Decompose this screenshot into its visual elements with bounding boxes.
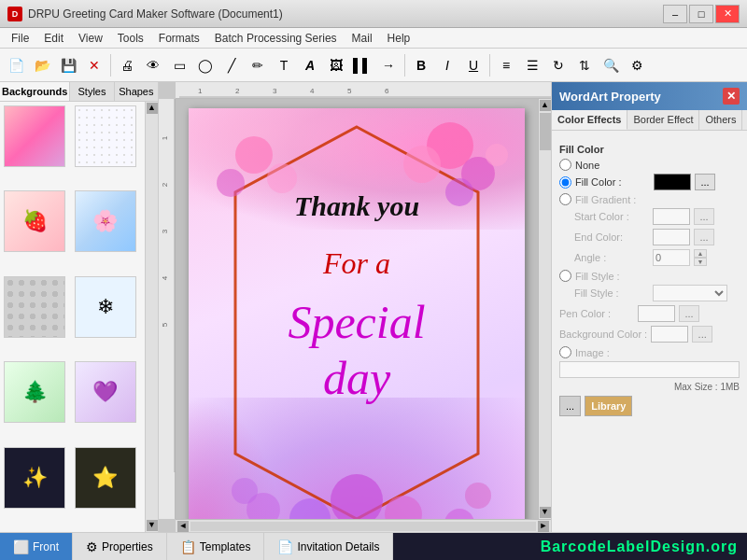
tab-styles[interactable]: Styles	[70, 82, 114, 101]
close-button[interactable]: ✕	[715, 5, 740, 23]
angle-up-btn[interactable]: ▲	[694, 249, 707, 258]
maximize-button[interactable]: □	[689, 5, 713, 23]
tab-others[interactable]: Others	[699, 110, 742, 130]
tb-bold[interactable]: B	[409, 53, 433, 77]
fill-color-picker-btn[interactable]: ...	[695, 174, 715, 190]
menu-help[interactable]: Help	[380, 30, 418, 47]
tab-backgrounds[interactable]: Backgrounds	[0, 82, 70, 101]
tb-settings[interactable]: ⚙	[625, 53, 649, 77]
tb-italic[interactable]: I	[435, 53, 459, 77]
angle-input[interactable]	[653, 249, 690, 266]
menu-mail[interactable]: Mail	[345, 30, 380, 47]
pen-color-swatch[interactable]	[638, 305, 675, 322]
tb-save[interactable]: 💾	[56, 53, 80, 77]
tb-delete[interactable]: ✕	[82, 53, 106, 77]
image-label: Image :	[575, 347, 650, 358]
status-front-label: Front	[33, 540, 59, 553]
svg-text:1: 1	[198, 87, 203, 95]
bg-thumb-3[interactable]: 🌸	[75, 190, 136, 252]
bg-thumb-9[interactable]: ⭐	[75, 447, 136, 509]
tab-color-effects[interactable]: Color Effects	[552, 110, 627, 130]
radio-fill-style[interactable]	[559, 270, 571, 282]
main-area: Backgrounds Styles Shapes 🍓 🌸 ❄ 🌲	[0, 82, 747, 532]
canvas-hscroll[interactable]: ◄ ►	[176, 519, 551, 532]
bg-color-swatch[interactable]	[651, 326, 688, 343]
panel-title: WordArt Property	[559, 90, 661, 104]
bg-color-row: Background Color : ...	[559, 326, 740, 343]
tb-align-center[interactable]: ☰	[520, 53, 544, 77]
start-color-label: Start Color :	[574, 211, 649, 222]
tab-shapes[interactable]: Shapes	[115, 82, 158, 101]
image-path-input[interactable]	[559, 361, 740, 378]
pen-color-btn[interactable]: ...	[679, 305, 699, 322]
tb-wordart[interactable]: A	[298, 53, 322, 77]
radio-fill-color[interactable]	[559, 176, 571, 189]
tb-arrow[interactable]: →	[376, 53, 401, 77]
tb-ellipse[interactable]: ◯	[193, 53, 218, 77]
bg-thumb-8[interactable]: ✨	[4, 447, 65, 509]
status-invitation[interactable]: 📄 Invitation Details	[264, 533, 393, 560]
status-properties[interactable]: ⚙ Properties	[73, 533, 167, 560]
menu-tools[interactable]: Tools	[110, 30, 151, 47]
tb-flip[interactable]: ⇅	[572, 53, 597, 77]
tb-align-left[interactable]: ≡	[494, 53, 518, 77]
status-templates[interactable]: 📋 Templates	[167, 533, 265, 560]
menu-view[interactable]: View	[71, 30, 110, 47]
tb-text[interactable]: T	[272, 53, 296, 77]
panel-close-button[interactable]: ✕	[723, 88, 740, 105]
menu-file[interactable]: File	[4, 30, 36, 47]
tb-new[interactable]: 📄	[4, 53, 28, 77]
bg-thumb-6[interactable]: 🌲	[4, 361, 65, 423]
tb-line[interactable]: ╱	[219, 53, 244, 77]
left-scrollbar[interactable]: ▲ ▼	[145, 102, 158, 532]
fill-style-select[interactable]	[653, 285, 727, 301]
bg-thumb-1[interactable]	[75, 105, 136, 167]
fill-color-label: Fill Color :	[575, 176, 650, 188]
tb-underline[interactable]: U	[461, 53, 486, 77]
status-front[interactable]: ⬜ Front	[0, 533, 73, 560]
radio-none[interactable]	[559, 159, 571, 171]
canvas-scroll[interactable]: Thank you For a Special day	[176, 99, 538, 519]
image-browse-btn[interactable]: ...	[559, 396, 581, 416]
end-color-btn[interactable]: ...	[694, 229, 714, 245]
start-color-btn[interactable]: ...	[694, 208, 714, 225]
status-invitation-label: Invitation Details	[297, 540, 379, 553]
bg-thumb-2[interactable]: 🍓	[4, 190, 65, 252]
tb-rect[interactable]: ▭	[167, 53, 191, 77]
tb-pen[interactable]: ✏	[246, 53, 270, 77]
tb-zoom[interactable]: 🔍	[599, 53, 623, 77]
bg-thumb-0[interactable]	[4, 105, 65, 167]
tb-image[interactable]: 🖼	[324, 53, 348, 77]
canvas-vscroll[interactable]: ▲ ▼	[538, 99, 551, 519]
bg-thumb-4[interactable]	[4, 276, 65, 338]
radio-fill-gradient[interactable]	[559, 193, 571, 205]
tb-print[interactable]: 🖨	[115, 53, 139, 77]
angle-down-btn[interactable]: ▼	[694, 258, 707, 266]
tb-barcode[interactable]: ▌▌	[350, 53, 374, 77]
library-btn[interactable]: Library	[585, 396, 632, 416]
svg-text:4: 4	[161, 275, 169, 280]
angle-row: Angle : ▲ ▼	[574, 249, 740, 266]
end-color-swatch[interactable]	[653, 229, 690, 245]
svg-text:5: 5	[347, 87, 352, 95]
radio-image[interactable]	[559, 346, 571, 358]
menu-batch[interactable]: Batch Processing Series	[207, 30, 345, 47]
bg-thumb-7[interactable]: 💜	[75, 361, 136, 423]
bg-color-btn[interactable]: ...	[692, 326, 712, 343]
card-text-day: day	[323, 351, 390, 405]
tb-preview[interactable]: 👁	[141, 53, 165, 77]
front-icon: ⬜	[13, 539, 29, 554]
tb-open[interactable]: 📂	[30, 53, 54, 77]
start-color-swatch[interactable]	[653, 208, 690, 225]
tab-border-effect[interactable]: Border Effect	[627, 110, 699, 130]
menu-formats[interactable]: Formats	[151, 30, 207, 47]
menu-edit[interactable]: Edit	[36, 30, 71, 47]
card-canvas: Thank you For a Special day	[189, 108, 525, 519]
tb-rotate[interactable]: ↻	[546, 53, 571, 77]
ruler-top: 1 2 3 4 5 6	[176, 82, 551, 99]
bg-thumb-5[interactable]: ❄	[75, 276, 136, 338]
fill-style-row: Fill Style :	[574, 285, 740, 301]
minimize-button[interactable]: –	[663, 5, 687, 23]
fill-color-swatch[interactable]	[654, 174, 691, 190]
svg-text:2: 2	[161, 182, 169, 187]
